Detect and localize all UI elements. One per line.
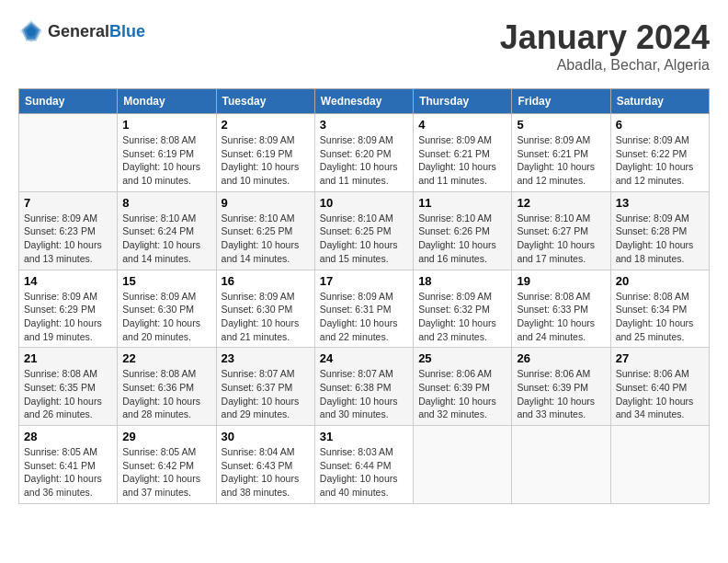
calendar-cell: 22Sunrise: 8:08 AMSunset: 6:36 PMDayligh… (118, 348, 216, 426)
title-block: January 2024 Abadla, Bechar, Algeria (500, 18, 710, 74)
calendar-cell (512, 426, 610, 504)
day-number: 30 (222, 430, 310, 443)
day-info: Sunrise: 8:08 AMSunset: 6:35 PMDaylight:… (24, 367, 112, 421)
day-number: 27 (616, 351, 704, 365)
calendar-week-row: 28Sunrise: 8:05 AMSunset: 6:41 PMDayligh… (19, 426, 710, 504)
day-number: 8 (122, 196, 210, 210)
weekday-header: Sunday (19, 89, 118, 114)
calendar-cell (610, 426, 709, 504)
weekday-header: Saturday (610, 89, 709, 114)
day-number: 9 (222, 196, 310, 210)
calendar-cell: 14Sunrise: 8:09 AMSunset: 6:29 PMDayligh… (19, 270, 118, 348)
day-number: 19 (517, 274, 605, 288)
calendar-cell: 2Sunrise: 8:09 AMSunset: 6:19 PMDaylight… (216, 114, 314, 192)
calendar-cell: 10Sunrise: 8:10 AMSunset: 6:25 PMDayligh… (314, 191, 413, 270)
day-info: Sunrise: 8:10 AMSunset: 6:26 PMDaylight:… (418, 212, 506, 266)
calendar-cell: 5Sunrise: 8:09 AMSunset: 6:21 PMDaylight… (512, 114, 610, 192)
calendar-week-row: 21Sunrise: 8:08 AMSunset: 6:35 PMDayligh… (19, 348, 710, 426)
day-number: 11 (418, 196, 506, 210)
calendar-cell: 19Sunrise: 8:08 AMSunset: 6:33 PMDayligh… (512, 270, 610, 348)
calendar-cell: 20Sunrise: 8:08 AMSunset: 6:34 PMDayligh… (610, 270, 709, 348)
weekday-header: Wednesday (314, 89, 413, 114)
calendar-cell (414, 426, 512, 504)
day-info: Sunrise: 8:09 AMSunset: 6:31 PMDaylight:… (320, 290, 408, 344)
day-info: Sunrise: 8:09 AMSunset: 6:23 PMDaylight:… (24, 212, 112, 266)
day-info: Sunrise: 8:09 AMSunset: 6:28 PMDaylight:… (616, 212, 704, 266)
day-number: 2 (222, 118, 310, 132)
day-number: 28 (24, 430, 112, 443)
calendar-cell: 7Sunrise: 8:09 AMSunset: 6:23 PMDaylight… (19, 191, 118, 270)
calendar-cell (19, 114, 118, 192)
day-number: 20 (616, 274, 704, 288)
day-info: Sunrise: 8:05 AMSunset: 6:41 PMDaylight:… (24, 445, 112, 500)
day-info: Sunrise: 8:07 AMSunset: 6:37 PMDaylight:… (222, 367, 310, 421)
day-info: Sunrise: 8:08 AMSunset: 6:33 PMDaylight:… (517, 290, 605, 344)
day-info: Sunrise: 8:09 AMSunset: 6:21 PMDaylight:… (517, 133, 605, 188)
day-number: 1 (122, 118, 210, 132)
logo-icon (18, 18, 44, 44)
calendar-cell: 18Sunrise: 8:09 AMSunset: 6:32 PMDayligh… (414, 270, 512, 348)
day-info: Sunrise: 8:07 AMSunset: 6:38 PMDaylight:… (320, 367, 408, 421)
day-number: 24 (320, 351, 408, 365)
day-number: 23 (222, 351, 310, 365)
logo-blue: Blue (109, 22, 145, 40)
month-title: January 2024 (500, 18, 710, 57)
page-header: GeneralBlue January 2024 Abadla, Bechar,… (18, 18, 710, 74)
day-number: 7 (24, 196, 112, 210)
day-info: Sunrise: 8:10 AMSunset: 6:25 PMDaylight:… (320, 212, 408, 266)
day-number: 31 (320, 430, 408, 443)
day-info: Sunrise: 8:08 AMSunset: 6:19 PMDaylight:… (122, 133, 210, 188)
calendar-cell: 13Sunrise: 8:09 AMSunset: 6:28 PMDayligh… (610, 191, 709, 270)
day-info: Sunrise: 8:10 AMSunset: 6:27 PMDaylight:… (517, 212, 605, 266)
calendar-cell: 8Sunrise: 8:10 AMSunset: 6:24 PMDaylight… (118, 191, 216, 270)
day-number: 6 (616, 118, 704, 132)
calendar-cell: 15Sunrise: 8:09 AMSunset: 6:30 PMDayligh… (118, 270, 216, 348)
day-number: 26 (517, 351, 605, 365)
calendar-cell: 11Sunrise: 8:10 AMSunset: 6:26 PMDayligh… (414, 191, 512, 270)
calendar-table: SundayMondayTuesdayWednesdayThursdayFrid… (18, 88, 710, 504)
calendar-week-row: 7Sunrise: 8:09 AMSunset: 6:23 PMDaylight… (19, 191, 710, 270)
day-info: Sunrise: 8:09 AMSunset: 6:30 PMDaylight:… (122, 290, 210, 344)
weekday-header: Monday (118, 89, 216, 114)
day-info: Sunrise: 8:08 AMSunset: 6:36 PMDaylight:… (122, 367, 210, 421)
day-number: 4 (418, 118, 506, 132)
day-number: 14 (24, 274, 112, 288)
logo-text: GeneralBlue (48, 22, 145, 41)
calendar-cell: 23Sunrise: 8:07 AMSunset: 6:37 PMDayligh… (216, 348, 314, 426)
day-number: 13 (616, 196, 704, 210)
calendar-cell: 24Sunrise: 8:07 AMSunset: 6:38 PMDayligh… (314, 348, 413, 426)
calendar-cell: 31Sunrise: 8:03 AMSunset: 6:44 PMDayligh… (314, 426, 413, 504)
day-info: Sunrise: 8:03 AMSunset: 6:44 PMDaylight:… (320, 445, 408, 500)
calendar-cell: 4Sunrise: 8:09 AMSunset: 6:21 PMDaylight… (414, 114, 512, 192)
day-info: Sunrise: 8:04 AMSunset: 6:43 PMDaylight:… (222, 445, 310, 500)
calendar-cell: 9Sunrise: 8:10 AMSunset: 6:25 PMDaylight… (216, 191, 314, 270)
calendar-cell: 21Sunrise: 8:08 AMSunset: 6:35 PMDayligh… (19, 348, 118, 426)
logo: GeneralBlue (18, 18, 145, 44)
calendar-cell: 28Sunrise: 8:05 AMSunset: 6:41 PMDayligh… (19, 426, 118, 504)
day-number: 3 (320, 118, 408, 132)
day-info: Sunrise: 8:06 AMSunset: 6:39 PMDaylight:… (418, 367, 506, 421)
weekday-header: Thursday (414, 89, 512, 114)
calendar-cell: 1Sunrise: 8:08 AMSunset: 6:19 PMDaylight… (118, 114, 216, 192)
day-info: Sunrise: 8:06 AMSunset: 6:39 PMDaylight:… (517, 367, 605, 421)
logo-general: General (48, 22, 109, 40)
day-number: 18 (418, 274, 506, 288)
day-info: Sunrise: 8:06 AMSunset: 6:40 PMDaylight:… (616, 367, 704, 421)
calendar-cell: 6Sunrise: 8:09 AMSunset: 6:22 PMDaylight… (610, 114, 709, 192)
calendar-cell: 27Sunrise: 8:06 AMSunset: 6:40 PMDayligh… (610, 348, 709, 426)
day-info: Sunrise: 8:09 AMSunset: 6:20 PMDaylight:… (320, 133, 408, 188)
day-number: 12 (517, 196, 605, 210)
day-number: 17 (320, 274, 408, 288)
day-info: Sunrise: 8:10 AMSunset: 6:25 PMDaylight:… (222, 212, 310, 266)
calendar-cell: 26Sunrise: 8:06 AMSunset: 6:39 PMDayligh… (512, 348, 610, 426)
calendar-cell: 3Sunrise: 8:09 AMSunset: 6:20 PMDaylight… (314, 114, 413, 192)
calendar-cell: 30Sunrise: 8:04 AMSunset: 6:43 PMDayligh… (216, 426, 314, 504)
day-info: Sunrise: 8:09 AMSunset: 6:32 PMDaylight:… (418, 290, 506, 344)
day-info: Sunrise: 8:09 AMSunset: 6:21 PMDaylight:… (418, 133, 506, 188)
calendar-week-row: 1Sunrise: 8:08 AMSunset: 6:19 PMDaylight… (19, 114, 710, 192)
calendar-cell: 29Sunrise: 8:05 AMSunset: 6:42 PMDayligh… (118, 426, 216, 504)
day-info: Sunrise: 8:09 AMSunset: 6:29 PMDaylight:… (24, 290, 112, 344)
day-number: 29 (122, 430, 210, 443)
calendar-cell: 25Sunrise: 8:06 AMSunset: 6:39 PMDayligh… (414, 348, 512, 426)
day-number: 25 (418, 351, 506, 365)
